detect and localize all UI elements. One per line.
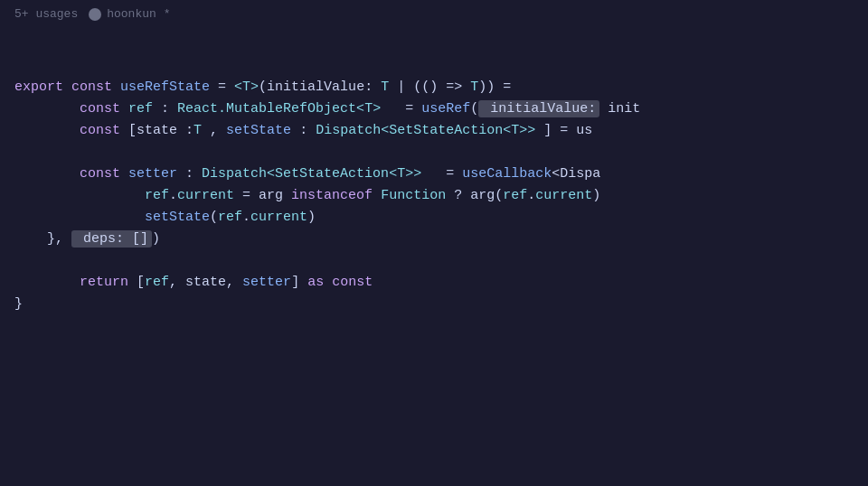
code-line: const [state :T , setState : Dispatch<Se… [0, 120, 868, 142]
code-area: export const useRefState = <T>(initialVa… [0, 30, 868, 330]
code-line [0, 142, 868, 164]
code-line: } [0, 294, 868, 315]
code-editor: 5+ usages hoonkun * export const useRefS… [0, 0, 868, 486]
code-line: }, deps: []) [0, 229, 868, 250]
code-line [0, 250, 868, 272]
usages-label: 5+ usages [14, 5, 78, 24]
code-line: ref.current = arg instanceof Function ? … [0, 185, 868, 207]
code-line: const ref : React.MutableRefObject<T> = … [0, 98, 868, 120]
author-label: hoonkun * [89, 5, 170, 24]
code-line: export const useRefState = <T>(initialVa… [0, 77, 868, 98]
code-line: setState(ref.current) [0, 207, 868, 229]
code-line: const setter : Dispatch<SetStateAction<T… [0, 164, 868, 185]
meta-bar: 5+ usages hoonkun * [0, 0, 868, 30]
code-line: return [ref, state, setter] as const [0, 272, 868, 294]
